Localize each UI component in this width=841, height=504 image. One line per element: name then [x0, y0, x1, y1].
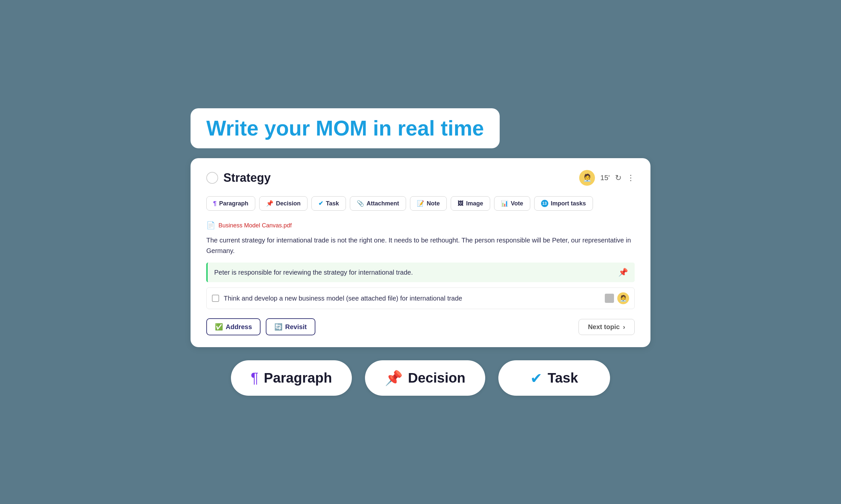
topic-status-circle[interactable] [206, 172, 218, 184]
revisit-button[interactable]: 🔄 Revisit [266, 318, 315, 335]
card-header-right: 🧑‍💼 15' ↻ ⋮ [579, 170, 635, 186]
decision-row: Peter is responsible for reviewing the s… [206, 263, 635, 282]
topic-title: Strategy [223, 171, 271, 185]
task-right: 🧑‍💼 [605, 292, 629, 304]
toolbar: ¶ Paragraph 📌 Decision ✔ Task 📎 Attachme… [206, 196, 635, 211]
more-options-icon[interactable]: ⋮ [627, 173, 635, 182]
task-left: Think and develop a new business model (… [212, 295, 462, 302]
task-content: Think and develop a new business model (… [224, 295, 462, 302]
refresh-icon[interactable]: ↻ [615, 173, 621, 182]
user-avatar: 🧑‍💼 [579, 170, 595, 186]
toolbar-paragraph-button[interactable]: ¶ Paragraph [206, 196, 255, 211]
bottom-paragraph-icon: ¶ [251, 370, 259, 386]
paragraph-content: The current strategy for international t… [206, 235, 635, 256]
page-wrapper: Write your MOM in real time Strategy 🧑‍💼… [191, 108, 650, 396]
bottom-paragraph-button[interactable]: ¶ Paragraph [231, 360, 351, 396]
card-title-area: Strategy [206, 171, 271, 185]
bottom-paragraph-label: Paragraph [264, 370, 332, 386]
next-topic-button[interactable]: Next topic › [579, 319, 635, 335]
paragraph-icon: ¶ [213, 200, 217, 207]
next-topic-label: Next topic [588, 323, 620, 331]
next-topic-arrow-icon: › [623, 323, 625, 331]
page-title-box: Write your MOM in real time [191, 108, 500, 148]
toolbar-task-button[interactable]: ✔ Task [311, 196, 346, 211]
import-badge: 13 [541, 200, 548, 207]
vote-label: Vote [511, 200, 523, 207]
task-checkbox[interactable] [212, 295, 219, 302]
toolbar-vote-button[interactable]: 📊 Vote [494, 196, 530, 211]
page-title: Write your MOM in real time [206, 116, 484, 141]
pdf-icon: 📄 [206, 221, 215, 230]
image-label: Image [466, 200, 483, 207]
bottom-task-icon: ✔ [530, 370, 543, 386]
decision-pin-icon: 📌 [618, 268, 628, 277]
task-row: Think and develop a new business model (… [206, 287, 635, 309]
bottom-decision-button[interactable]: 📌 Decision [365, 360, 485, 396]
toolbar-image-button[interactable]: 🖼 Image [451, 196, 490, 211]
bottom-decision-icon: 📌 [385, 370, 403, 386]
decision-label: Decision [276, 200, 301, 207]
attachment-filename: Business Model Canvas.pdf [219, 222, 292, 229]
note-label: Note [427, 200, 440, 207]
attachment-icon: 📎 [357, 200, 364, 207]
address-button[interactable]: ✅ Address [206, 318, 260, 335]
toolbar-attachment-button[interactable]: 📎 Attachment [350, 196, 406, 211]
attachment-label: Attachment [367, 200, 399, 207]
content-area: 📄 Business Model Canvas.pdf The current … [206, 221, 635, 309]
revisit-label: Revisit [285, 323, 307, 331]
main-card: Strategy 🧑‍💼 15' ↻ ⋮ ¶ Paragraph 📌 Decis… [191, 158, 650, 347]
vote-icon: 📊 [501, 200, 508, 207]
import-label: Import tasks [551, 200, 586, 207]
footer-left: ✅ Address 🔄 Revisit [206, 318, 315, 335]
note-icon: 📝 [417, 200, 424, 207]
bottom-decision-label: Decision [408, 370, 465, 386]
timer-display: 15' [600, 174, 610, 182]
bottom-task-button[interactable]: ✔ Task [498, 360, 610, 396]
decision-icon: 📌 [266, 200, 273, 207]
task-priority-badge [605, 294, 614, 303]
image-icon: 🖼 [458, 200, 464, 207]
task-assignee-avatar: 🧑‍💼 [617, 292, 629, 304]
address-label: Address [226, 323, 252, 331]
address-icon: ✅ [215, 323, 223, 331]
bottom-task-label: Task [548, 370, 578, 386]
task-label: Task [326, 200, 339, 207]
toolbar-decision-button[interactable]: 📌 Decision [259, 196, 308, 211]
card-footer: ✅ Address 🔄 Revisit Next topic › [206, 318, 635, 335]
task-check-icon: ✔ [318, 200, 323, 207]
card-header: Strategy 🧑‍💼 15' ↻ ⋮ [206, 170, 635, 186]
paragraph-label: Paragraph [219, 200, 248, 207]
toolbar-note-button[interactable]: 📝 Note [410, 196, 447, 211]
revisit-icon: 🔄 [274, 323, 282, 331]
toolbar-import-button[interactable]: 13 Import tasks [534, 196, 593, 211]
attachment-row: 📄 Business Model Canvas.pdf [206, 221, 635, 230]
decision-content: Peter is responsible for reviewing the s… [214, 269, 413, 276]
bottom-buttons-area: ¶ Paragraph 📌 Decision ✔ Task [191, 360, 650, 396]
